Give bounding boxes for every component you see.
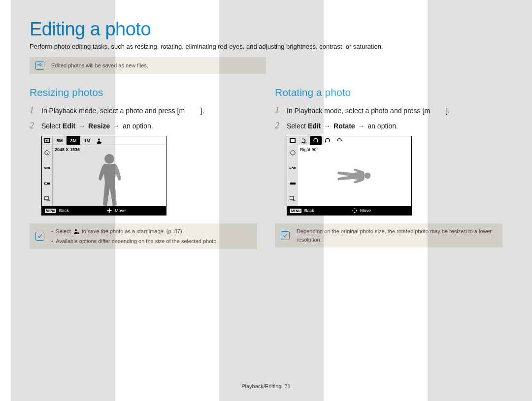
- svg-point-22: [365, 173, 371, 179]
- rotate-off-icon: OFF: [298, 136, 310, 145]
- note-icon: [281, 231, 290, 240]
- svg-text:OFF: OFF: [303, 142, 307, 144]
- back-label: Back: [304, 208, 314, 213]
- nor-icon: NOR: [287, 160, 298, 176]
- move-icon: [352, 208, 357, 213]
- svg-point-18: [291, 151, 295, 155]
- clock-icon: [287, 145, 298, 160]
- person-silhouette-rotated: [337, 144, 372, 208]
- screen-sidebar: NOR OFF: [287, 145, 298, 206]
- svg-rect-19: [290, 183, 296, 185]
- resize-mode-icon: [287, 136, 298, 145]
- menu-chip: MENU: [290, 209, 301, 213]
- rotate-label-text: Right 90°: [300, 147, 318, 152]
- grey-bg: [0, 0, 532, 401]
- svg-rect-16: [291, 139, 295, 142]
- footer-page-number: 71: [285, 383, 291, 389]
- rotating-section: Rotating a photo 1 In Playback mode, sel…: [275, 87, 502, 262]
- exposure-icon: [287, 176, 298, 191]
- rotate-left-icon: [322, 136, 333, 145]
- rotate-camera-screen: OFF NOR OFF Right 90°: [287, 136, 412, 216]
- screen-preview: Right 90°: [298, 145, 411, 206]
- svg-text:OFF: OFF: [292, 199, 296, 201]
- rotate-right-icon: [310, 136, 322, 145]
- footer-section: Playback/Editing: [241, 383, 281, 389]
- off-icon: OFF: [287, 191, 298, 206]
- page-footer: Playback/Editing 71: [0, 383, 532, 389]
- move-label: Move: [360, 208, 371, 213]
